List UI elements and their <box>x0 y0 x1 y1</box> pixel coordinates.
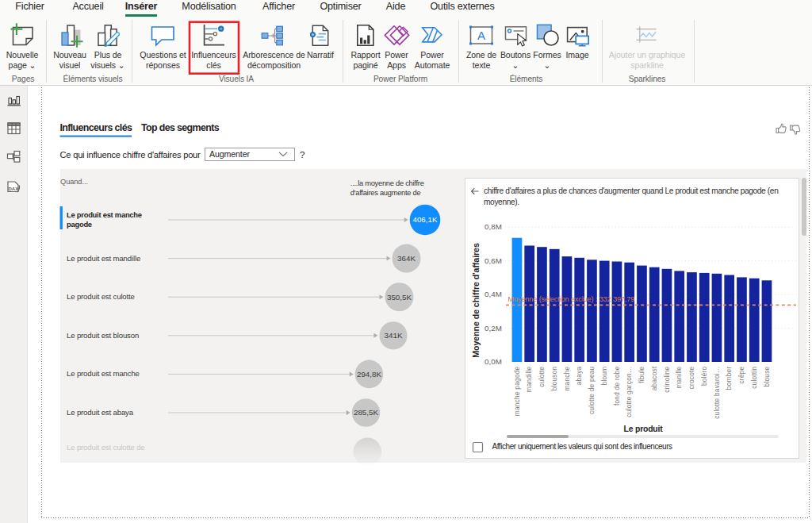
svg-text:364K: 364K <box>397 254 416 263</box>
svg-text:crêpe: crêpe <box>737 366 745 383</box>
svg-text:blouse: blouse <box>763 366 771 386</box>
svg-text:Moyenne de chiffre d'affaires: Moyenne de chiffre d'affaires <box>471 243 481 358</box>
svg-text:blouson: blouson <box>550 366 558 390</box>
svg-text:0,0M: 0,0M <box>485 357 502 366</box>
svg-text:manche: manche <box>563 366 571 390</box>
svg-text:0,6M: 0,6M <box>485 256 502 265</box>
svg-text:350,5K: 350,5K <box>387 293 412 302</box>
svg-text:boléro: boléro <box>700 366 708 386</box>
svg-text:406,1K: 406,1K <box>412 215 438 224</box>
svg-text:culotte bavaroi…: culotte bavaroi… <box>713 367 721 419</box>
svg-text:abacost: abacost <box>650 366 658 390</box>
svg-text:fond de robe: fond de robe <box>613 366 621 406</box>
svg-text:culottin: culottin <box>750 366 758 388</box>
svg-text:fibule: fibule <box>638 366 645 383</box>
svg-text:crocote: crocote <box>688 366 695 389</box>
svg-text:culotte de peau: culotte de peau <box>588 366 596 414</box>
svg-text:341K: 341K <box>385 331 403 340</box>
svg-text:0,8M: 0,8M <box>485 222 502 231</box>
svg-text:culotte garçon…: culotte garçon… <box>625 367 633 417</box>
svg-text:abaya: abaya <box>575 366 583 385</box>
svg-text:Moyenne (sélection exclue) : 3: Moyenne (sélection exclue) : 332 397,79 <box>508 295 635 303</box>
svg-text:culotte: culotte <box>538 366 546 386</box>
svg-text:A: A <box>477 29 485 42</box>
svg-text:mandille: mandille <box>525 366 533 392</box>
svg-text:bloum: bloum <box>600 367 608 386</box>
svg-text:285,5K: 285,5K <box>354 408 379 417</box>
svg-text:bomber: bomber <box>725 367 733 390</box>
svg-text:crinoline: crinoline <box>663 366 671 392</box>
svg-text:manche pagode: manche pagode <box>513 366 521 416</box>
svg-text:manille: manille <box>675 366 683 388</box>
svg-text:DAX: DAX <box>9 187 19 191</box>
svg-text:0,2M: 0,2M <box>485 324 502 333</box>
svg-text:0,4M: 0,4M <box>485 290 502 298</box>
svg-text:294,8K: 294,8K <box>357 370 382 379</box>
